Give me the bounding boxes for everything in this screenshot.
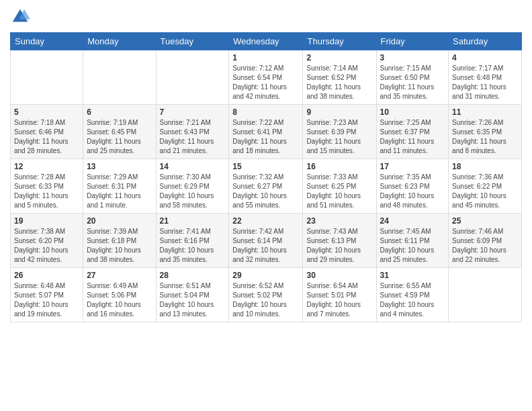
calendar-cell: 12Sunrise: 7:28 AM Sunset: 6:33 PM Dayli…: [11, 159, 83, 214]
calendar-cell: 14Sunrise: 7:30 AM Sunset: 6:29 PM Dayli…: [156, 159, 229, 214]
calendar-cell: 7Sunrise: 7:21 AM Sunset: 6:43 PM Daylig…: [156, 105, 229, 159]
day-number: 18: [452, 162, 518, 171]
day-info: Sunrise: 7:36 AM Sunset: 6:22 PM Dayligh…: [452, 173, 518, 210]
day-info: Sunrise: 7:43 AM Sunset: 6:13 PM Dayligh…: [306, 227, 372, 265]
day-info: Sunrise: 7:22 AM Sunset: 6:41 PM Dayligh…: [232, 118, 299, 156]
calendar-cell: 30Sunrise: 6:54 AM Sunset: 5:01 PM Dayli…: [303, 268, 376, 322]
day-number: 10: [380, 107, 445, 117]
day-info: Sunrise: 7:28 AM Sunset: 6:33 PM Dayligh…: [14, 173, 79, 210]
day-number: 19: [14, 216, 79, 226]
day-info: Sunrise: 7:41 AM Sunset: 6:16 PM Dayligh…: [160, 227, 226, 265]
day-info: Sunrise: 7:19 AM Sunset: 6:45 PM Dayligh…: [87, 118, 152, 156]
header: [10, 7, 522, 27]
calendar-cell: 19Sunrise: 7:38 AM Sunset: 6:20 PM Dayli…: [11, 214, 83, 268]
day-info: Sunrise: 7:23 AM Sunset: 6:39 PM Dayligh…: [306, 118, 372, 156]
weekday-header-row: SundayMondayTuesdayWednesdayThursdayFrid…: [11, 33, 522, 50]
calendar-cell: 22Sunrise: 7:42 AM Sunset: 6:14 PM Dayli…: [229, 214, 303, 268]
page: SundayMondayTuesdayWednesdayThursdayFrid…: [0, 0, 532, 411]
day-number: 4: [452, 53, 518, 62]
calendar-cell: 20Sunrise: 7:39 AM Sunset: 6:18 PM Dayli…: [83, 214, 156, 268]
day-info: Sunrise: 7:42 AM Sunset: 6:14 PM Dayligh…: [232, 227, 299, 265]
day-info: Sunrise: 7:12 AM Sunset: 6:54 PM Dayligh…: [232, 64, 299, 101]
weekday-header-monday: Monday: [83, 33, 156, 50]
day-info: Sunrise: 6:48 AM Sunset: 5:07 PM Dayligh…: [14, 281, 79, 319]
weekday-header-tuesday: Tuesday: [156, 33, 229, 50]
calendar-cell: 6Sunrise: 7:19 AM Sunset: 6:45 PM Daylig…: [83, 105, 156, 159]
week-row-4: 19Sunrise: 7:38 AM Sunset: 6:20 PM Dayli…: [11, 214, 522, 268]
calendar-cell: 2Sunrise: 7:14 AM Sunset: 6:52 PM Daylig…: [303, 50, 376, 105]
day-number: 9: [306, 107, 372, 117]
day-info: Sunrise: 7:18 AM Sunset: 6:46 PM Dayligh…: [14, 118, 79, 156]
calendar-cell: [83, 50, 156, 105]
day-number: 22: [232, 216, 299, 226]
day-number: 2: [306, 53, 372, 62]
calendar-cell: 17Sunrise: 7:35 AM Sunset: 6:23 PM Dayli…: [376, 159, 449, 214]
calendar-cell: [449, 268, 522, 322]
day-info: Sunrise: 6:49 AM Sunset: 5:06 PM Dayligh…: [87, 281, 152, 319]
calendar-cell: 1Sunrise: 7:12 AM Sunset: 6:54 PM Daylig…: [229, 50, 303, 105]
week-row-1: 1Sunrise: 7:12 AM Sunset: 6:54 PM Daylig…: [11, 50, 522, 105]
day-number: 26: [14, 271, 79, 280]
day-number: 20: [87, 216, 152, 226]
calendar-cell: 26Sunrise: 6:48 AM Sunset: 5:07 PM Dayli…: [11, 268, 83, 322]
day-info: Sunrise: 7:39 AM Sunset: 6:18 PM Dayligh…: [87, 227, 152, 265]
weekday-header-friday: Friday: [376, 33, 449, 50]
calendar-cell: 28Sunrise: 6:51 AM Sunset: 5:04 PM Dayli…: [156, 268, 229, 322]
day-info: Sunrise: 7:46 AM Sunset: 6:09 PM Dayligh…: [452, 227, 518, 265]
day-number: 5: [14, 107, 79, 117]
calendar-table: SundayMondayTuesdayWednesdayThursdayFrid…: [10, 32, 522, 322]
logo: [10, 7, 32, 27]
day-info: Sunrise: 7:45 AM Sunset: 6:11 PM Dayligh…: [380, 227, 445, 265]
day-number: 1: [232, 53, 299, 62]
day-number: 30: [306, 271, 372, 280]
day-info: Sunrise: 7:35 AM Sunset: 6:23 PM Dayligh…: [380, 173, 445, 210]
day-number: 25: [452, 216, 518, 226]
day-number: 23: [306, 216, 372, 226]
calendar-cell: 16Sunrise: 7:33 AM Sunset: 6:25 PM Dayli…: [303, 159, 376, 214]
weekday-header-wednesday: Wednesday: [229, 33, 303, 50]
day-info: Sunrise: 6:54 AM Sunset: 5:01 PM Dayligh…: [306, 281, 372, 319]
day-info: Sunrise: 7:30 AM Sunset: 6:29 PM Dayligh…: [160, 173, 226, 210]
day-info: Sunrise: 6:52 AM Sunset: 5:02 PM Dayligh…: [232, 281, 299, 319]
calendar-cell: 15Sunrise: 7:32 AM Sunset: 6:27 PM Dayli…: [229, 159, 303, 214]
day-info: Sunrise: 7:21 AM Sunset: 6:43 PM Dayligh…: [160, 118, 226, 156]
day-info: Sunrise: 7:29 AM Sunset: 6:31 PM Dayligh…: [87, 173, 152, 210]
calendar-cell: 29Sunrise: 6:52 AM Sunset: 5:02 PM Dayli…: [229, 268, 303, 322]
day-number: 21: [160, 216, 226, 226]
day-info: Sunrise: 7:14 AM Sunset: 6:52 PM Dayligh…: [306, 64, 372, 101]
weekday-header-sunday: Sunday: [11, 33, 83, 50]
day-number: 14: [160, 162, 226, 171]
day-number: 29: [232, 271, 299, 280]
day-number: 6: [87, 107, 152, 117]
day-number: 11: [452, 107, 518, 117]
day-number: 7: [160, 107, 226, 117]
calendar-cell: 27Sunrise: 6:49 AM Sunset: 5:06 PM Dayli…: [83, 268, 156, 322]
day-info: Sunrise: 7:26 AM Sunset: 6:35 PM Dayligh…: [452, 118, 518, 156]
calendar-cell: 4Sunrise: 7:17 AM Sunset: 6:48 PM Daylig…: [449, 50, 522, 105]
day-number: 13: [87, 162, 152, 171]
day-info: Sunrise: 6:51 AM Sunset: 5:04 PM Dayligh…: [160, 281, 226, 319]
calendar-cell: 9Sunrise: 7:23 AM Sunset: 6:39 PM Daylig…: [303, 105, 376, 159]
day-number: 24: [380, 216, 445, 226]
calendar-cell: 23Sunrise: 7:43 AM Sunset: 6:13 PM Dayli…: [303, 214, 376, 268]
calendar-cell: 25Sunrise: 7:46 AM Sunset: 6:09 PM Dayli…: [449, 214, 522, 268]
day-info: Sunrise: 7:25 AM Sunset: 6:37 PM Dayligh…: [380, 118, 445, 156]
day-number: 8: [232, 107, 299, 117]
calendar-cell: [156, 50, 229, 105]
calendar-cell: 13Sunrise: 7:29 AM Sunset: 6:31 PM Dayli…: [83, 159, 156, 214]
day-number: 27: [87, 271, 152, 280]
day-number: 31: [380, 271, 445, 280]
day-info: Sunrise: 7:15 AM Sunset: 6:50 PM Dayligh…: [380, 64, 445, 101]
week-row-2: 5Sunrise: 7:18 AM Sunset: 6:46 PM Daylig…: [11, 105, 522, 159]
day-number: 17: [380, 162, 445, 171]
day-info: Sunrise: 7:17 AM Sunset: 6:48 PM Dayligh…: [452, 64, 518, 101]
day-number: 15: [232, 162, 299, 171]
week-row-3: 12Sunrise: 7:28 AM Sunset: 6:33 PM Dayli…: [11, 159, 522, 214]
day-info: Sunrise: 6:55 AM Sunset: 4:59 PM Dayligh…: [380, 281, 445, 319]
day-info: Sunrise: 7:33 AM Sunset: 6:25 PM Dayligh…: [306, 173, 372, 210]
day-number: 12: [14, 162, 79, 171]
calendar-cell: 18Sunrise: 7:36 AM Sunset: 6:22 PM Dayli…: [449, 159, 522, 214]
calendar-cell: 10Sunrise: 7:25 AM Sunset: 6:37 PM Dayli…: [376, 105, 449, 159]
weekday-header-thursday: Thursday: [303, 33, 376, 50]
day-info: Sunrise: 7:38 AM Sunset: 6:20 PM Dayligh…: [14, 227, 79, 265]
